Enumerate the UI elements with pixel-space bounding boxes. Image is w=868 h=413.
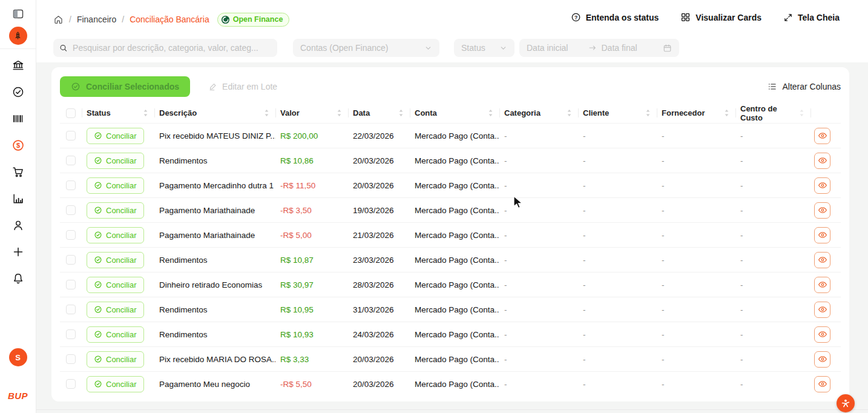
row-checkbox[interactable] [66, 305, 76, 314]
view-row-button[interactable] [814, 202, 830, 219]
check-circle-nav-icon[interactable] [12, 86, 24, 99]
breadcrumb-item-financeiro[interactable]: Financeiro [77, 15, 116, 24]
column-header-descricao[interactable]: Descrição [154, 103, 275, 123]
conciliar-selecionados-button[interactable]: Conciliar Selecionados [60, 76, 190, 97]
column-header-fornecedor[interactable]: Fornecedor [657, 103, 735, 123]
sidebar: $ S BUP [0, 0, 36, 413]
accounts-select[interactable]: Contas (Open Finance) [293, 39, 439, 57]
chat-widget-button[interactable] [837, 394, 855, 412]
conciliar-button[interactable]: Conciliar [87, 227, 144, 243]
date-range-picker[interactable]: Data inicial Data final [519, 39, 679, 57]
row-value: R$ 10,93 [275, 330, 348, 339]
alterar-colunas-button[interactable]: Alterar Colunas [768, 82, 841, 91]
column-header-conta[interactable]: Conta [410, 103, 499, 123]
column-header-status[interactable]: Status [82, 103, 154, 123]
row-description: Pagamento Mariathainade [154, 231, 275, 240]
column-header-valor[interactable]: Valor [275, 103, 348, 123]
conciliar-button[interactable]: Conciliar [87, 202, 144, 219]
visualizar-cards-button[interactable]: Visualizar Cards [680, 12, 761, 22]
row-date: 22/03/2026 [348, 131, 410, 140]
bank-icon[interactable] [12, 59, 24, 72]
row-client: - [578, 355, 657, 364]
row-checkbox[interactable] [66, 280, 76, 289]
check-circle-icon [94, 206, 102, 214]
row-description: Rendimentos [154, 256, 275, 265]
view-row-button[interactable] [814, 128, 830, 144]
view-row-button[interactable] [814, 302, 830, 318]
column-header-data[interactable]: Data [348, 103, 410, 123]
conciliar-button[interactable]: Conciliar [87, 376, 144, 392]
rocket-icon[interactable] [9, 27, 27, 45]
row-value: R$ 10,86 [275, 156, 348, 165]
view-row-button[interactable] [814, 351, 830, 368]
date-start-placeholder[interactable]: Data inicial [527, 43, 584, 53]
row-checkbox[interactable] [66, 379, 76, 389]
conciliar-button[interactable]: Conciliar [87, 351, 144, 368]
search-input[interactable] [73, 43, 271, 53]
column-header-categoria[interactable]: Categoria [499, 103, 578, 123]
conciliar-button[interactable]: Conciliar [87, 252, 144, 268]
home-icon[interactable] [53, 15, 64, 25]
row-date: 28/03/2026 [348, 280, 410, 289]
check-circle-icon [71, 82, 81, 91]
row-checkbox[interactable] [66, 329, 76, 339]
table-row: Conciliar Rendimentos R$ 10,87 23/03/202… [60, 247, 841, 272]
row-client: - [578, 330, 657, 339]
cart-icon[interactable] [12, 166, 24, 179]
conciliar-button[interactable]: Conciliar [87, 302, 144, 318]
table-row: Conciliar Rendimentos R$ 10,93 24/03/202… [60, 322, 841, 346]
conciliar-button[interactable]: Conciliar [87, 277, 144, 293]
row-description: Pix recebido MATEUS DINIZ P... [154, 131, 275, 140]
row-supplier: - [657, 131, 735, 140]
avatar[interactable]: S [9, 348, 27, 366]
table-row: Conciliar Pagamento Mariathainade -R$ 3,… [60, 197, 841, 222]
view-row-button[interactable] [814, 177, 830, 194]
status-select[interactable]: Status [454, 39, 515, 57]
eye-icon [818, 255, 827, 265]
row-checkbox[interactable] [66, 180, 76, 190]
plus-icon[interactable] [12, 246, 24, 258]
row-category: - [499, 305, 578, 314]
view-row-button[interactable] [814, 153, 830, 169]
bar-chart-icon[interactable] [12, 193, 24, 205]
barcode-icon[interactable] [12, 113, 24, 125]
conciliar-button[interactable]: Conciliar [87, 153, 144, 169]
view-row-button[interactable] [814, 227, 830, 243]
entenda-os-status-button[interactable]: ? Entenda os status [571, 12, 659, 22]
row-checkbox[interactable] [66, 205, 76, 215]
conciliar-button[interactable]: Conciliar [87, 128, 144, 144]
dollar-icon[interactable]: $ [12, 139, 25, 152]
view-row-button[interactable] [814, 326, 830, 343]
check-circle-icon [94, 280, 102, 289]
conciliar-button[interactable]: Conciliar [87, 177, 144, 194]
check-circle-icon [94, 181, 102, 190]
column-header-centro-de-custo[interactable]: Centro de Custo [735, 103, 810, 123]
row-checkbox[interactable] [66, 255, 76, 265]
sidebar-toggle-icon[interactable] [12, 8, 24, 20]
row-checkbox[interactable] [66, 156, 76, 165]
table-row: Conciliar Rendimentos R$ 10,95 31/03/202… [60, 297, 841, 322]
tela-cheia-button[interactable]: Tela Cheia [783, 13, 840, 22]
row-value: -R$ 5,50 [275, 380, 348, 389]
table-body: Conciliar Pix recebido MATEUS DINIZ P...… [60, 123, 841, 396]
row-cost-center: - [735, 131, 810, 140]
row-cost-center: - [735, 330, 810, 339]
bell-icon[interactable] [12, 273, 24, 285]
date-end-placeholder[interactable]: Data final [602, 43, 659, 53]
row-checkbox[interactable] [66, 354, 76, 364]
check-circle-icon [94, 355, 102, 363]
sort-icon [337, 109, 342, 117]
column-header-cliente[interactable]: Cliente [578, 103, 657, 123]
editar-em-lote-button[interactable]: Editar em Lote [208, 82, 277, 91]
user-icon[interactable] [12, 219, 24, 232]
view-row-button[interactable] [814, 252, 830, 268]
conciliar-button[interactable]: Conciliar [87, 326, 144, 343]
row-checkbox[interactable] [66, 131, 76, 140]
row-checkbox[interactable] [66, 230, 76, 240]
select-all-checkbox[interactable] [66, 108, 76, 118]
row-account: Mercado Pago (Conta... [410, 131, 499, 140]
view-row-button[interactable] [814, 277, 830, 293]
row-account: Mercado Pago (Conta... [410, 206, 499, 215]
row-supplier: - [657, 380, 735, 389]
view-row-button[interactable] [814, 376, 830, 392]
